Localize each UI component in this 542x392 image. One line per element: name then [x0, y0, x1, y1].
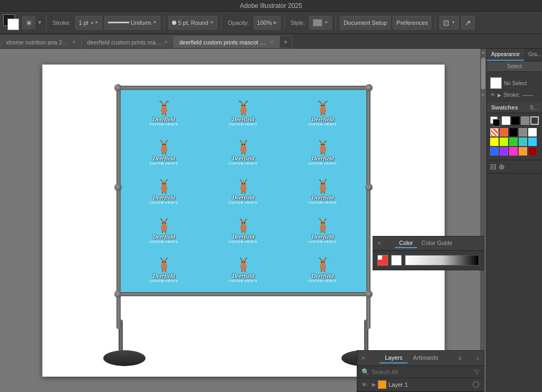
swatch-white[interactable]: [502, 116, 510, 125]
right-panel: Appearance Gra... Select No Select 👁 ▶ S…: [486, 49, 542, 392]
mode-toggle[interactable]: ▣: [22, 16, 35, 29]
layers-filter-icon[interactable]: ▽: [474, 368, 479, 376]
layer-row-1[interactable]: 👁 ▶ Layer 1: [357, 378, 483, 391]
swatches-header[interactable]: Swatches S...: [487, 102, 542, 113]
swatch-row-pattern: [490, 128, 539, 136]
swatch-blue[interactable]: [490, 147, 499, 156]
fill-stroke-swatches[interactable]: [3, 14, 20, 31]
logo-cell-4: Deerfield CUSTOM PRINTS: [125, 133, 203, 171]
canvas-inner: Deerfield CUSTOM PRINTS: [0, 49, 486, 392]
svg-point-127: [323, 262, 324, 263]
knob-tr: [365, 84, 373, 92]
preferences-button[interactable]: Preferences: [393, 16, 431, 30]
color-fill-swatch[interactable]: [377, 255, 388, 266]
tab-2[interactable]: deerfield custom prints mascot backdrop.…: [174, 35, 279, 48]
layer-target-circle[interactable]: [473, 381, 479, 388]
swatch-pink[interactable]: [509, 147, 518, 156]
swatch-lt[interactable]: [528, 128, 537, 136]
swatch-fg-bg[interactable]: [490, 116, 501, 127]
swatch-teal[interactable]: [519, 138, 527, 146]
scroll-thumb[interactable]: [481, 58, 485, 89]
brush-select[interactable]: 5 pt. Round ▼: [168, 16, 218, 30]
tab-1[interactable]: deerfield custom prints mascot backdrop …: [82, 35, 174, 48]
swatch-dk-red[interactable]: [528, 147, 537, 156]
layer-color-indicator: [378, 380, 386, 389]
tab-artboards[interactable]: Artboards: [408, 353, 444, 363]
svg-line-6: [167, 101, 168, 102]
svg-line-125: [324, 258, 326, 260]
swatches-expand[interactable]: S...: [530, 105, 538, 111]
scroll-down-arrow[interactable]: ▼: [480, 92, 486, 98]
layers-search-input[interactable]: [372, 369, 472, 375]
document-setup-button[interactable]: Document Setup: [340, 16, 391, 30]
canvas-wrapper: Deerfield CUSTOM PRINTS: [0, 49, 486, 392]
color-gradient-bar[interactable]: [405, 255, 479, 266]
tab-overflow[interactable]: »: [279, 35, 292, 48]
app-title: Adobe Illustrator 2025: [240, 2, 302, 10]
svg-point-119: [244, 262, 245, 263]
no-selection-row: No Select: [490, 75, 539, 91]
svg-point-9: [165, 105, 166, 106]
logo-cell-10: Deerfield CUSTOM PRINTS: [125, 212, 203, 250]
tab-graphics[interactable]: Gra...: [524, 49, 542, 61]
tab-0[interactable]: xtreme nutrition ana 2024 films.ai ×: [0, 35, 82, 48]
svg-line-53: [324, 140, 326, 143]
svg-line-37: [165, 140, 167, 143]
canvas-and-scroll: Deerfield CUSTOM PRINTS: [0, 49, 486, 392]
sep1: [46, 15, 47, 30]
swatch-purple[interactable]: [500, 147, 508, 156]
swatch-icon-add[interactable]: ⊕: [499, 162, 505, 171]
tab-layers[interactable]: Layers: [380, 353, 408, 363]
layer-expand-arrow[interactable]: ▶: [372, 382, 376, 387]
swatch-green[interactable]: [509, 138, 518, 146]
tab-1-label: deerfield custom prints mascot backdrop …: [87, 39, 161, 45]
select-tab-btn[interactable]: Select: [487, 61, 542, 72]
scroll-up-arrow[interactable]: ▲: [480, 49, 486, 56]
svg-point-78: [321, 184, 322, 185]
layers-collapse-icon[interactable]: »: [476, 355, 479, 361]
swatch-gray[interactable]: [521, 116, 529, 125]
tab-0-close[interactable]: ×: [73, 39, 76, 45]
eye-icon[interactable]: 👁: [490, 92, 495, 98]
swatch-dk[interactable]: [509, 128, 518, 136]
swatch-cyan[interactable]: [528, 138, 537, 146]
stroke-row-label: Stroke:: [503, 92, 520, 98]
svg-point-55: [323, 144, 324, 145]
appearance-content: No Select 👁 ▶ Stroke: ——: [487, 72, 542, 102]
swatch-med[interactable]: [519, 128, 527, 136]
color-panel-close[interactable]: ×: [377, 240, 381, 247]
main-layout: Deerfield CUSTOM PRINTS: [0, 49, 542, 392]
style-select[interactable]: ▼: [309, 16, 332, 30]
arrange-icon[interactable]: ⊡ ▼: [439, 16, 459, 30]
svg-line-101: [324, 218, 326, 221]
tab-color-guide[interactable]: Color Guide: [417, 239, 457, 248]
tab-2-close[interactable]: ×: [270, 39, 274, 45]
layers-menu-icon[interactable]: ≡: [458, 354, 462, 362]
deer-text-custom: CUSTOM PRINTS: [149, 123, 178, 126]
svg-line-60: [160, 179, 162, 182]
tab-1-close[interactable]: ×: [165, 39, 168, 45]
layer-visibility-icon[interactable]: 👁: [362, 381, 370, 388]
swatch-icon-libraries[interactable]: ⊟: [490, 162, 496, 171]
swatch-orange[interactable]: [519, 147, 527, 156]
swatch-red[interactable]: [500, 128, 508, 136]
color-stroke-swatch[interactable]: [391, 255, 402, 266]
swatch-lime[interactable]: [500, 138, 508, 146]
swatch-black[interactable]: [511, 116, 520, 125]
tab-appearance[interactable]: Appearance: [487, 49, 524, 61]
svg-point-8: [162, 105, 163, 106]
layers-panel-close[interactable]: ×: [362, 354, 365, 362]
svg-point-94: [241, 223, 242, 224]
svg-line-4: [160, 101, 161, 102]
stroke-weight-input[interactable]: 1 pt ▲▼: [75, 16, 102, 30]
opacity-input[interactable]: 100% ▶: [254, 16, 281, 30]
mode-arrow[interactable]: ▼: [37, 20, 42, 25]
stroke-type-select[interactable]: Uniform ▼: [104, 16, 160, 30]
swatch-outline[interactable]: [530, 116, 539, 125]
swatch-pattern1[interactable]: [490, 128, 499, 136]
canvas-area[interactable]: Deerfield CUSTOM PRINTS: [0, 49, 486, 392]
share-icon[interactable]: ↗: [461, 16, 475, 30]
swatch-yellow[interactable]: [490, 138, 499, 146]
canvas-scrollbar[interactable]: ▲ ▼: [480, 49, 486, 392]
tab-color[interactable]: Color: [395, 239, 417, 248]
